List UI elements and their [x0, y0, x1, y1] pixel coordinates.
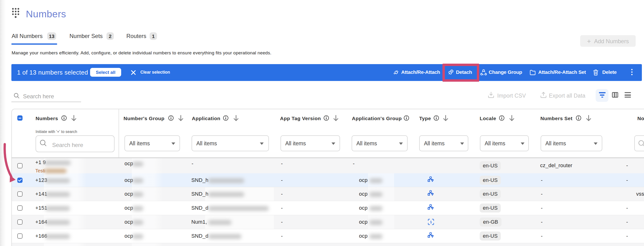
svg-text:1: 1	[430, 220, 432, 224]
